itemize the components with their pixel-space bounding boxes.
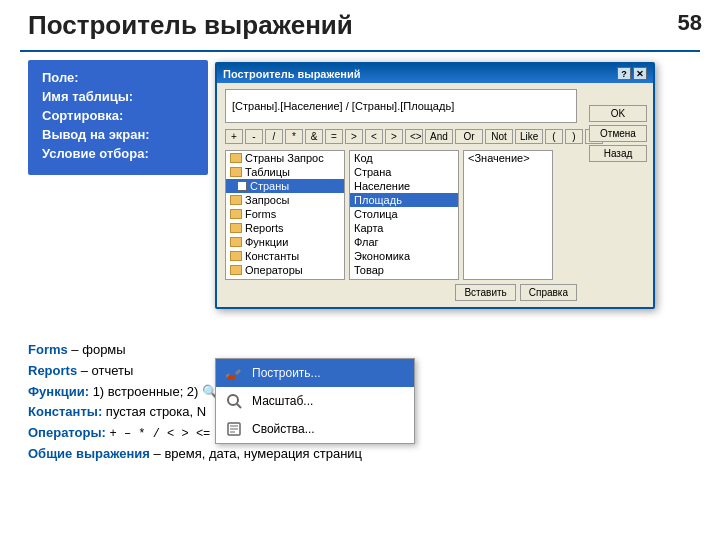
insert-button[interactable]: Вставить [455, 284, 515, 301]
props-icon [224, 419, 244, 439]
list-item[interactable]: Forms [226, 207, 344, 221]
folder-icon [230, 237, 242, 247]
mid-list[interactable]: Код Страна Население Площадь Столица Кар… [349, 150, 459, 280]
folder-icon [230, 153, 242, 163]
list-item[interactable]: Население [350, 179, 458, 193]
field-label: Поле: [42, 70, 194, 85]
zoom-label: Масштаб... [252, 394, 313, 408]
functions-label: Функции: [28, 384, 89, 399]
dialog-body: OK Отмена Назад + - / * & = > < > <> And… [217, 83, 653, 307]
op-gt[interactable]: > [345, 129, 363, 144]
list-item[interactable]: Столица [350, 207, 458, 221]
op-divide[interactable]: / [265, 129, 283, 144]
reports-label: Reports [28, 363, 77, 378]
build-icon [224, 363, 244, 383]
op-plus[interactable]: + [225, 129, 243, 144]
dialog-title: Построитель выражений [223, 68, 360, 80]
info-panel: Поле: Имя таблицы: Сортировка: Вывод на … [28, 60, 208, 175]
list-item[interactable]: Страна [350, 165, 458, 179]
list-item[interactable]: Карта [350, 221, 458, 235]
list-item[interactable]: Цена [350, 277, 458, 280]
page-title: Построитель выражений [28, 10, 353, 41]
list-item[interactable]: Reports [226, 221, 344, 235]
op-lparen[interactable]: ( [545, 129, 563, 144]
expression-builder-dialog: Построитель выражений ? ✕ OK Отмена Наза… [215, 62, 655, 309]
folder-icon [230, 265, 242, 275]
folder-icon [230, 209, 242, 219]
operator-row: + - / * & = > < > <> And Or Not Like ( )… [225, 129, 577, 144]
folder-icon [230, 251, 242, 261]
operators-label: Операторы: [28, 425, 106, 440]
list-item[interactable]: Страны Запрос [226, 151, 344, 165]
list-item[interactable]: Таблицы [226, 165, 344, 179]
op-ampersand[interactable]: & [305, 129, 323, 144]
ok-button[interactable]: OK [589, 105, 647, 122]
context-menu-item-build[interactable]: Построить... [216, 359, 414, 387]
left-list[interactable]: Страны Запрос Таблицы Страны Запросы [225, 150, 345, 280]
zoom-icon [224, 391, 244, 411]
list-item[interactable]: Функции [226, 235, 344, 249]
insert-help-row: Вставить Справка [225, 284, 577, 301]
dialog-help-icon[interactable]: ? [617, 67, 631, 80]
list-item[interactable]: Константы [226, 249, 344, 263]
list-item[interactable]: Запросы [226, 193, 344, 207]
display-label: Вывод на экран: [42, 127, 194, 142]
list-item[interactable]: Флаг [350, 235, 458, 249]
build-label: Построить... [252, 366, 321, 380]
general-line: Общие выражения – время, дата, нумерация… [28, 444, 692, 465]
dialog-right-buttons: OK Отмена Назад [589, 105, 647, 162]
list-item[interactable]: Код [350, 151, 458, 165]
context-menu-item-zoom[interactable]: Масштаб... [216, 387, 414, 415]
page-number: 58 [678, 10, 702, 36]
folder-icon [230, 195, 242, 205]
props-label: Свойства... [252, 422, 315, 436]
svg-point-3 [228, 395, 238, 405]
condition-label: Условие отбора: [42, 146, 194, 161]
op-like[interactable]: Like [515, 129, 543, 144]
folder-icon [230, 167, 242, 177]
list-item[interactable]: <Значение> [464, 151, 552, 165]
list-item[interactable]: Товар [350, 263, 458, 277]
op-rparen[interactable]: ) [565, 129, 583, 144]
context-menu-item-props[interactable]: Свойства... [216, 415, 414, 443]
expression-input[interactable] [225, 89, 577, 123]
title-rule [20, 50, 700, 52]
constants-label: Константы: [28, 404, 102, 419]
list-item[interactable]: Операторы [226, 263, 344, 277]
op-multiply[interactable]: * [285, 129, 303, 144]
sort-label: Сортировка: [42, 108, 194, 123]
dialog-titlebar-buttons: ? ✕ [617, 67, 647, 80]
table-icon [237, 181, 247, 191]
back-button[interactable]: Назад [589, 145, 647, 162]
help-button[interactable]: Справка [520, 284, 577, 301]
svg-line-4 [237, 404, 241, 408]
forms-label: Forms [28, 342, 68, 357]
right-list[interactable]: <Значение> [463, 150, 553, 280]
context-menu: Построить... Масштаб... Свойства... [215, 358, 415, 444]
op-minus[interactable]: - [245, 129, 263, 144]
cancel-button[interactable]: Отмена [589, 125, 647, 142]
list-item-selected[interactable]: Страны [226, 179, 344, 193]
lists-area: Страны Запрос Таблицы Страны Запросы [225, 150, 577, 280]
table-name-label: Имя таблицы: [42, 89, 194, 104]
op-not[interactable]: Not [485, 129, 513, 144]
op-and[interactable]: And [425, 129, 453, 144]
op-equal[interactable]: = [325, 129, 343, 144]
op-lt[interactable]: < [365, 129, 383, 144]
op-neq[interactable]: <> [405, 129, 423, 144]
list-item[interactable]: Экономика [350, 249, 458, 263]
op-or[interactable]: Or [455, 129, 483, 144]
folder-icon [230, 223, 242, 233]
dialog-close-icon[interactable]: ✕ [633, 67, 647, 80]
list-item-selected[interactable]: Площадь [350, 193, 458, 207]
svg-marker-1 [235, 369, 241, 375]
dialog-titlebar: Построитель выражений ? ✕ [217, 64, 653, 83]
op-gt2[interactable]: > [385, 129, 403, 144]
general-label: Общие выражения [28, 446, 150, 461]
